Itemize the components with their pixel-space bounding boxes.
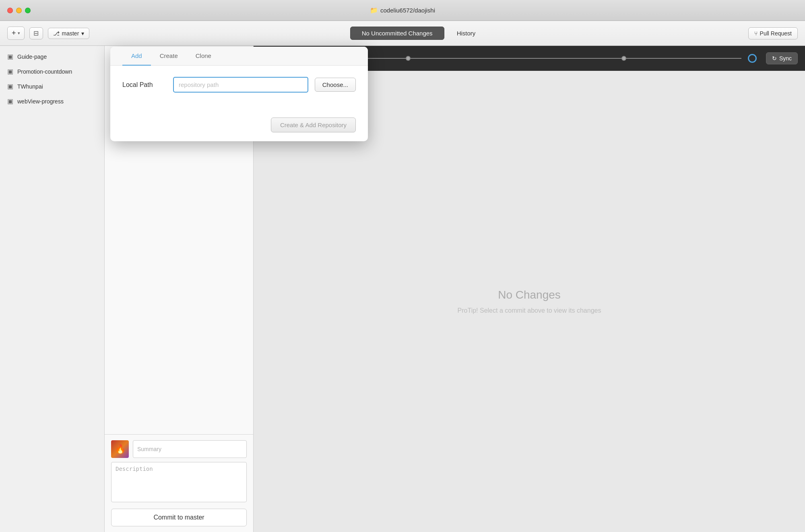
popup-footer: Create & Add Repository — [110, 113, 368, 141]
popup-tab-clone[interactable]: Clone — [187, 47, 220, 66]
tab-uncommitted[interactable]: No Uncommitted Changes — [350, 27, 444, 40]
window-controls — [7, 8, 31, 13]
branch-name: master — [62, 30, 79, 37]
choose-button[interactable]: Choose... — [315, 78, 356, 92]
branch-icon: ⎇ — [53, 30, 60, 37]
chevron-down-icon: ▾ — [18, 31, 20, 36]
pull-request-button[interactable]: ⑂ Pull Request — [748, 27, 798, 39]
toolbar-left: + ▾ ⊟ ⎇ master ▾ — [7, 27, 120, 40]
local-path-row: Local Path Choose... — [122, 77, 356, 93]
sidebar-item-label: TWhunpai — [17, 83, 43, 90]
sidebar-item-twhunpai[interactable]: ▣ TWhunpai — [0, 79, 104, 94]
local-path-label: Local Path — [122, 81, 167, 89]
sidebar-toggle-icon: ⊟ — [33, 29, 39, 37]
toolbar-right: ⑂ Pull Request — [717, 27, 798, 39]
sidebar: ▣ Guide-page ▣ Promotion-countdown ▣ TWh… — [0, 46, 105, 532]
sidebar-item-guide-page[interactable]: ▣ Guide-page — [0, 49, 104, 64]
sidebar-item-label: webView-progress — [17, 98, 64, 105]
sidebar-toggle-button[interactable]: ⊟ — [29, 27, 43, 39]
toolbar: + ▾ ⊟ ⎇ master ▾ No Uncommitted Changes … — [0, 21, 805, 46]
content-area: Add Create Clone Local Path Cho — [105, 46, 805, 532]
sidebar-item-label: Guide-page — [17, 54, 47, 60]
repo-icon: ▣ — [7, 97, 13, 105]
create-add-repository-button[interactable]: Create & Add Repository — [271, 118, 356, 132]
add-icon: + — [12, 29, 16, 37]
branch-button[interactable]: ⎇ master ▾ — [48, 28, 90, 39]
popup-overlay: Add Create Clone Local Path Cho — [105, 46, 805, 532]
title-bar: 📁 codeliu6572/daojishi — [0, 0, 805, 21]
title-text: codeliu6572/daojishi — [380, 7, 435, 14]
toolbar-center: No Uncommitted Changes History — [120, 27, 717, 40]
sidebar-item-webview-progress[interactable]: ▣ webView-progress — [0, 94, 104, 109]
popup-body: Local Path Choose... — [110, 66, 368, 113]
folder-icon: 📁 — [370, 6, 378, 14]
maximize-button[interactable] — [25, 8, 31, 13]
add-button[interactable]: + ▾ — [7, 27, 25, 40]
pull-request-icon: ⑂ — [754, 30, 758, 37]
popup-tab-create[interactable]: Create — [151, 47, 187, 66]
repo-icon: ▣ — [7, 53, 13, 60]
sidebar-item-label: Promotion-countdown — [17, 68, 72, 75]
popup-tab-add[interactable]: Add — [122, 47, 151, 66]
main-layout: ▣ Guide-page ▣ Promotion-countdown ▣ TWh… — [0, 46, 805, 532]
chevron-down-icon: ▾ — [81, 30, 84, 37]
close-button[interactable] — [7, 8, 13, 13]
repo-icon: ▣ — [7, 82, 13, 90]
add-repository-popup: Add Create Clone Local Path Cho — [110, 47, 368, 141]
minimize-button[interactable] — [16, 8, 22, 13]
tab-history[interactable]: History — [445, 27, 487, 40]
sidebar-item-promotion-countdown[interactable]: ▣ Promotion-countdown — [0, 64, 104, 79]
repository-path-input[interactable] — [173, 77, 308, 93]
window-title: 📁 codeliu6572/daojishi — [370, 6, 435, 14]
repo-icon: ▣ — [7, 68, 13, 75]
popup-tabs: Add Create Clone — [110, 47, 368, 66]
